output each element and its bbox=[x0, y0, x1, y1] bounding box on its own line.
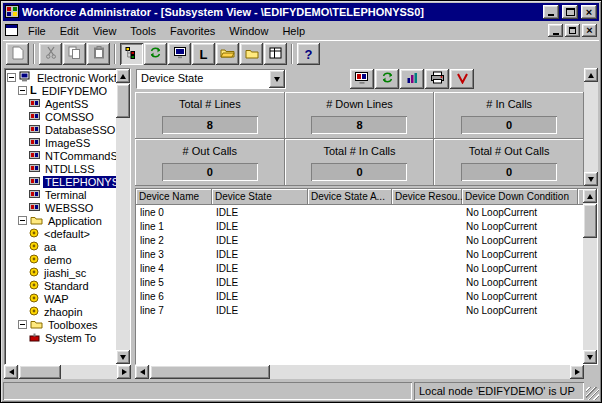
scroll-track[interactable] bbox=[18, 365, 117, 379]
tree-item-label[interactable]: COMSSO bbox=[43, 111, 96, 123]
validate-button[interactable] bbox=[450, 69, 474, 89]
menu-view[interactable]: View bbox=[86, 23, 124, 39]
maximize-button[interactable] bbox=[562, 5, 578, 19]
column-device-state-attr[interactable]: Device State A... bbox=[308, 189, 392, 205]
scroll-down-button[interactable] bbox=[584, 172, 598, 186]
tree-item-aa[interactable]: aa bbox=[29, 240, 116, 253]
new-button[interactable] bbox=[6, 43, 29, 65]
copy-button[interactable] bbox=[63, 43, 86, 65]
tree-item-label[interactable]: Terminal bbox=[43, 189, 89, 201]
tree-item-standard[interactable]: Standard bbox=[29, 279, 116, 292]
tree-item-imagess[interactable]: ImageSS bbox=[29, 136, 116, 149]
tree-item-wap[interactable]: WAP bbox=[29, 292, 116, 305]
scroll-track[interactable] bbox=[116, 83, 130, 350]
subsystem-view-button[interactable] bbox=[120, 43, 143, 65]
collapse-icon[interactable] bbox=[18, 216, 27, 225]
scroll-up-button[interactable] bbox=[584, 68, 598, 82]
help-button[interactable]: ? bbox=[297, 43, 320, 65]
minimize-button[interactable] bbox=[543, 5, 559, 19]
tree-item-label[interactable]: ImageSS bbox=[43, 137, 92, 149]
tree-vertical-scrollbar[interactable] bbox=[116, 69, 130, 364]
table-row[interactable]: line 5IDLENo LoopCurrent bbox=[136, 275, 583, 289]
tree-item-label[interactable]: AgentSS bbox=[43, 98, 90, 110]
mdi-close-button[interactable]: × bbox=[582, 24, 597, 37]
tree-item-ntdllss[interactable]: NTDLLSS bbox=[29, 162, 116, 175]
menu-file[interactable]: File bbox=[21, 23, 53, 39]
scroll-track[interactable] bbox=[584, 82, 598, 172]
mdi-restore-button[interactable] bbox=[565, 24, 580, 37]
refresh-view-button[interactable] bbox=[144, 43, 167, 65]
tree-item-system-toolbox[interactable]: System To bbox=[29, 331, 116, 344]
open-folder-button[interactable] bbox=[216, 43, 239, 65]
tree-item-zhaopin[interactable]: zhaopin bbox=[29, 305, 116, 318]
tree-item-databasesso[interactable]: DatabaseSSO bbox=[29, 123, 116, 136]
tree-item-root[interactable]: Electronic Workfor bbox=[7, 71, 116, 84]
scroll-down-button[interactable] bbox=[583, 350, 597, 364]
table-row[interactable]: line 1IDLENo LoopCurrent bbox=[136, 219, 583, 233]
tree-item-label[interactable]: EDIFYDEMO bbox=[40, 85, 109, 97]
table-row[interactable]: line 7IDLENo LoopCurrent bbox=[136, 303, 583, 317]
tree-horizontal-scrollbar[interactable] bbox=[4, 365, 131, 379]
scroll-thumb[interactable] bbox=[583, 204, 597, 238]
tree-item-label-selected[interactable]: TELEPHONYSS0 bbox=[43, 176, 116, 188]
menu-edit[interactable]: Edit bbox=[53, 23, 86, 39]
scroll-thumb[interactable] bbox=[19, 365, 61, 379]
column-device-name[interactable]: Device Name bbox=[136, 189, 212, 205]
tree-item-comsso[interactable]: COMSSO bbox=[29, 110, 116, 123]
resize-grip[interactable] bbox=[586, 387, 599, 400]
table-row[interactable]: line 2IDLENo LoopCurrent bbox=[136, 233, 583, 247]
scroll-left-button[interactable] bbox=[4, 365, 18, 379]
tree-item-label[interactable]: demo bbox=[42, 254, 74, 266]
tree-item-label[interactable]: Electronic Workfor bbox=[35, 72, 116, 84]
mdi-minimize-button[interactable] bbox=[548, 24, 563, 37]
tree-item-label[interactable]: Application bbox=[46, 215, 104, 227]
collapse-icon[interactable] bbox=[7, 73, 16, 82]
view-selector-combobox[interactable]: Device State bbox=[136, 69, 286, 89]
tree-item-label[interactable]: DatabaseSSO bbox=[43, 124, 116, 136]
refresh-button[interactable] bbox=[375, 69, 399, 89]
paste-button[interactable] bbox=[87, 43, 110, 65]
tree-item-label[interactable]: zhaopin bbox=[42, 306, 85, 318]
tree-item-label[interactable]: System To bbox=[43, 332, 98, 344]
tree-item-label[interactable]: Standard bbox=[42, 280, 91, 292]
stats-vertical-scrollbar[interactable] bbox=[584, 68, 598, 186]
tree-item-label[interactable]: NTCommandSS bbox=[43, 150, 116, 162]
table-row[interactable]: line 6IDLENo LoopCurrent bbox=[136, 289, 583, 303]
table-row[interactable]: line 3IDLENo LoopCurrent bbox=[136, 247, 583, 261]
print-button[interactable] bbox=[425, 69, 449, 89]
tree-item-default-app[interactable]: <default> bbox=[29, 227, 116, 240]
tree-item-label[interactable]: NTDLLSS bbox=[43, 163, 97, 175]
view-selector-value[interactable]: Device State bbox=[137, 70, 269, 88]
chart-button[interactable] bbox=[400, 69, 424, 89]
tree-item-application[interactable]: Application bbox=[18, 214, 116, 227]
column-device-state[interactable]: Device State bbox=[212, 189, 308, 205]
scroll-track[interactable] bbox=[583, 203, 597, 350]
tree-item-telephonyss0[interactable]: TELEPHONYSS0 bbox=[29, 175, 116, 188]
tree-item-label[interactable]: WEBSSO bbox=[43, 202, 95, 214]
column-device-resource[interactable]: Device Resou... bbox=[392, 189, 462, 205]
menu-help[interactable]: Help bbox=[275, 23, 312, 39]
menu-window[interactable]: Window bbox=[222, 23, 275, 39]
combobox-dropdown-button[interactable] bbox=[269, 70, 285, 88]
scroll-down-button[interactable] bbox=[116, 350, 130, 364]
scroll-track[interactable] bbox=[149, 365, 570, 379]
tree-item-label[interactable]: Toolboxes bbox=[46, 319, 100, 331]
table-row[interactable]: line 0IDLENo LoopCurrent bbox=[136, 205, 583, 219]
tree-item-label[interactable]: <default> bbox=[42, 228, 92, 240]
scroll-up-button[interactable] bbox=[583, 189, 597, 203]
scroll-up-button[interactable] bbox=[116, 69, 130, 83]
scroll-left-button[interactable] bbox=[135, 365, 149, 379]
grid-view-button[interactable] bbox=[264, 43, 287, 65]
monitor-view-button[interactable] bbox=[168, 43, 191, 65]
tree-item-edifydemo[interactable]: L EDIFYDEMO bbox=[18, 84, 116, 97]
folder-button[interactable] bbox=[240, 43, 263, 65]
tree-item-terminal[interactable]: Terminal bbox=[29, 188, 116, 201]
tree-item-websso[interactable]: WEBSSO bbox=[29, 201, 116, 214]
collapse-icon[interactable] bbox=[18, 86, 27, 95]
table-vertical-scrollbar[interactable] bbox=[583, 189, 597, 364]
column-device-down-condition[interactable]: Device Down Condition bbox=[462, 189, 578, 205]
l-tool-button[interactable]: L bbox=[192, 43, 215, 65]
collapse-icon[interactable] bbox=[18, 320, 27, 329]
tree-item-demo[interactable]: demo bbox=[29, 253, 116, 266]
tree-item-label[interactable]: jiashi_sc bbox=[42, 267, 88, 279]
